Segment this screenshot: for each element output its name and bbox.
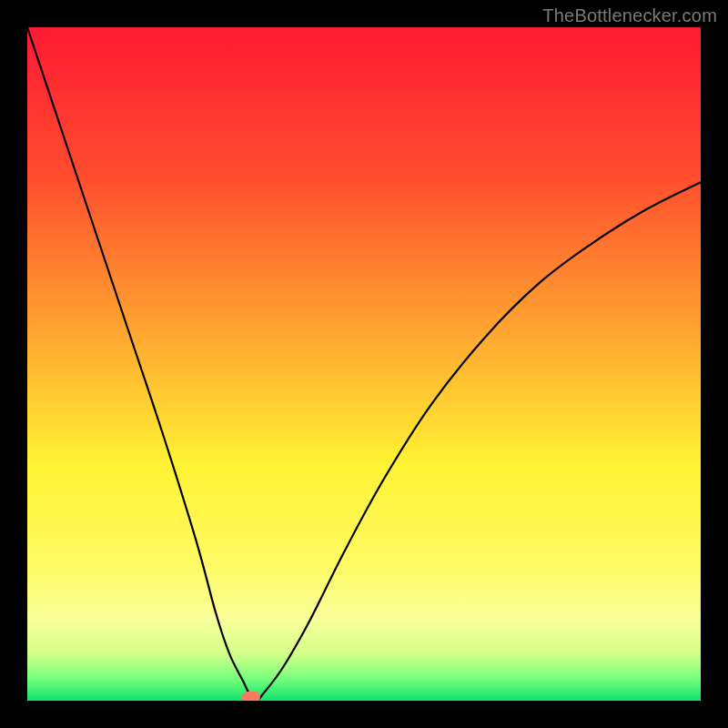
bottleneck-curve: [27, 27, 701, 701]
watermark-text: TheBottlenecker.com: [542, 5, 717, 26]
chart-frame: TheBottlenecker.com: [0, 0, 728, 728]
minimum-marker: [242, 692, 260, 701]
curve-layer: [27, 27, 701, 701]
plot-area: [27, 27, 701, 701]
